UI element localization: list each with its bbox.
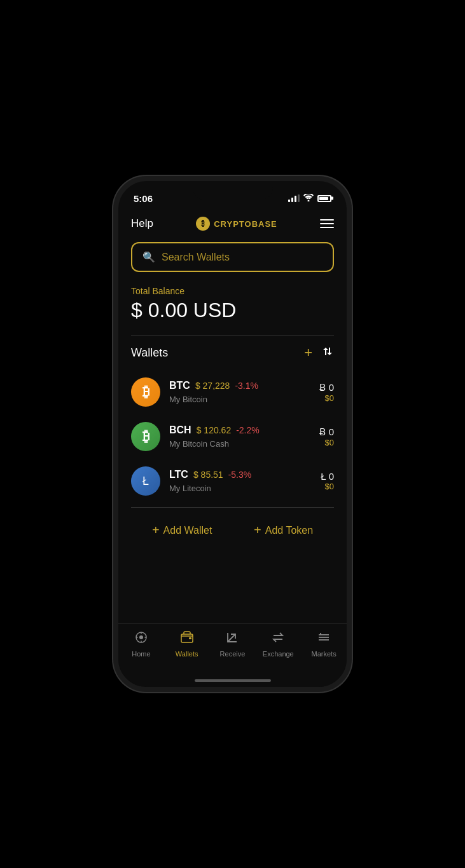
btc-crypto-balance: Ƀ 0 [319, 382, 334, 393]
btc-change: -3.1% [235, 381, 258, 391]
home-nav-label: Home [132, 650, 150, 658]
search-input[interactable]: Search Wallets [162, 252, 230, 263]
nav-item-receive[interactable]: Receive [215, 630, 250, 658]
add-wallet-button[interactable]: + Add Wallet [152, 523, 212, 538]
ltc-label: My Litecoin [169, 484, 211, 493]
balance-section: Total Balance $ 0.00 USD [118, 281, 347, 331]
search-container: 🔍 Search Wallets [118, 237, 347, 281]
menu-button[interactable] [320, 219, 334, 228]
btc-usd-balance: $0 [319, 393, 334, 403]
app-content: Help ₿ CRYPTOBASE 🔍 Search Wallets Total… [118, 209, 347, 623]
add-token-plus-icon: + [254, 523, 261, 538]
exchange-nav-icon [271, 630, 285, 648]
signal-icon [288, 194, 300, 202]
sort-icon[interactable] [321, 345, 334, 361]
svg-line-8 [228, 634, 235, 642]
wallets-nav-icon [180, 630, 194, 648]
logo-icon: ₿ [196, 217, 210, 231]
ltc-balance: Ł 0 $0 [321, 471, 334, 491]
exchange-nav-label: Exchange [263, 650, 294, 658]
wallets-header: Wallets + [131, 344, 334, 361]
home-indicator [118, 674, 347, 687]
ltc-crypto-balance: Ł 0 [321, 471, 334, 482]
nav-item-exchange[interactable]: Exchange [261, 630, 296, 658]
add-token-label: Add Token [265, 525, 313, 536]
wifi-icon [303, 193, 314, 203]
btc-label: My Bitcoin [169, 395, 207, 404]
home-bar [195, 679, 271, 682]
add-token-button[interactable]: + Add Token [254, 523, 313, 538]
svg-point-1 [139, 635, 143, 639]
app-logo: ₿ CRYPTOBASE [196, 217, 277, 231]
search-box[interactable]: 🔍 Search Wallets [131, 242, 334, 272]
bch-crypto-balance: Ƀ 0 [319, 426, 334, 438]
wallet-item-ltc[interactable]: Ł LTC $ 85.51 -5.3% My Litecoin Ł 0 $0 [131, 459, 334, 503]
receive-nav-icon [225, 630, 239, 648]
btc-symbol: BTC [169, 380, 190, 391]
ltc-symbol: LTC [169, 469, 188, 480]
phone-frame: 5:06 Help ₿ CRYPTOBASE [113, 176, 352, 692]
nav-item-wallets[interactable]: Wallets [169, 630, 204, 658]
markets-nav-icon [317, 630, 331, 648]
bch-price: $ 120.62 [197, 425, 232, 435]
btc-info: BTC $ 27,228 -3.1% My Bitcoin [169, 380, 310, 405]
help-link[interactable]: Help [131, 217, 153, 230]
wallets-nav-label: Wallets [176, 650, 198, 658]
bch-label: My Bitcoin Cash [169, 439, 229, 449]
ltc-change: -5.3% [228, 470, 252, 480]
home-nav-icon [134, 630, 148, 648]
wallets-title: Wallets [131, 346, 168, 360]
bch-info: BCH $ 120.62 -2.2% My Bitcoin Cash [169, 424, 310, 449]
divider-bottom [131, 507, 334, 508]
btc-balance: Ƀ 0 $0 [319, 382, 334, 403]
receive-nav-label: Receive [220, 650, 246, 658]
wallet-item-btc[interactable]: ₿ BTC $ 27,228 -3.1% My Bitcoin Ƀ 0 $0 [131, 370, 334, 414]
balance-label: Total Balance [131, 286, 334, 296]
add-wallet-label: Add Wallet [163, 525, 212, 536]
bch-usd-balance: $0 [319, 438, 334, 447]
add-wallet-plus-icon: + [152, 523, 160, 538]
add-wallet-icon[interactable]: + [304, 344, 312, 361]
svg-rect-7 [189, 637, 191, 639]
wallet-item-bch[interactable]: ₿ BCH $ 120.62 -2.2% My Bitcoin Cash Ƀ 0… [131, 414, 334, 459]
bottom-nav: Home Wallets Receive [118, 623, 347, 674]
nav-item-markets[interactable]: Markets [307, 630, 342, 658]
status-icons [288, 193, 331, 203]
battery-icon [317, 195, 331, 202]
balance-amount: $ 0.00 USD [131, 299, 334, 322]
wallets-actions: + [304, 344, 334, 361]
markets-nav-label: Markets [312, 650, 337, 658]
ltc-info: LTC $ 85.51 -5.3% My Litecoin [169, 469, 312, 494]
search-icon: 🔍 [142, 251, 155, 263]
wallets-section: Wallets + ₿ BTC $ 27,228 [118, 336, 347, 503]
btc-price: $ 27,228 [195, 381, 230, 391]
status-time: 5:06 [134, 193, 153, 204]
bch-symbol: BCH [169, 424, 191, 436]
logo-text: CRYPTOBASE [214, 219, 277, 229]
nav-item-home[interactable]: Home [123, 630, 158, 658]
bch-change: -2.2% [236, 425, 260, 435]
phone-notch [193, 181, 273, 200]
ltc-icon: Ł [131, 466, 160, 496]
bch-balance: Ƀ 0 $0 [319, 426, 334, 447]
bch-icon: ₿ [131, 422, 160, 451]
app-header: Help ₿ CRYPTOBASE [118, 209, 347, 237]
add-buttons: + Add Wallet + Add Token [118, 512, 347, 557]
btc-icon: ₿ [131, 377, 160, 407]
ltc-price: $ 85.51 [193, 470, 223, 480]
ltc-usd-balance: $0 [321, 482, 334, 491]
